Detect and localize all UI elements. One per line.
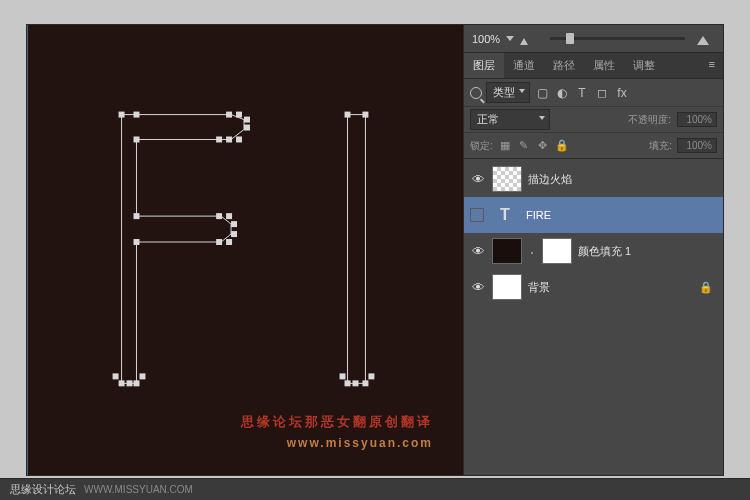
filter-text-icon[interactable]: T (574, 85, 590, 101)
tab-properties[interactable]: 属性 (584, 53, 624, 78)
svg-rect-26 (352, 380, 358, 386)
panels-sidebar: 100% 图层 通道 路径 属性 调整 ≡ 类型 ▢ ◐ T ◻ fx 正常 不… (463, 25, 723, 475)
opacity-label: 不透明度: (628, 113, 671, 127)
svg-rect-17 (134, 239, 140, 245)
anchor-points[interactable] (113, 112, 375, 387)
tab-paths[interactable]: 路径 (544, 53, 584, 78)
zoom-slider[interactable] (550, 37, 685, 40)
visibility-toggle[interactable]: 👁 (470, 279, 486, 295)
svg-rect-28 (340, 373, 346, 379)
layer-thumbnail[interactable] (492, 238, 522, 264)
lock-icon: 🔒 (699, 281, 717, 294)
svg-rect-25 (345, 380, 351, 386)
layer-thumbnail[interactable] (492, 166, 522, 192)
svg-rect-8 (216, 136, 222, 142)
filter-shape-icon[interactable]: ◻ (594, 85, 610, 101)
svg-rect-18 (119, 380, 125, 386)
svg-rect-0 (119, 112, 125, 118)
opacity-value[interactable]: 100% (677, 112, 717, 127)
footer-bar: 思缘设计论坛 WWW.MISSYUAN.COM (0, 478, 750, 500)
tab-channels[interactable]: 通道 (504, 53, 544, 78)
canvas-area[interactable]: 思缘论坛那恶女翻原创翻译 www.missyuan.com (27, 25, 463, 475)
visibility-toggle[interactable] (470, 208, 484, 222)
navigator-zoom-row: 100% (464, 25, 723, 53)
layer-thumbnail-text[interactable]: T (490, 202, 520, 228)
svg-rect-19 (127, 380, 133, 386)
zoom-out-icon[interactable] (520, 33, 538, 45)
filter-smart-icon[interactable]: fx (614, 85, 630, 101)
svg-rect-22 (139, 373, 145, 379)
svg-rect-11 (216, 213, 222, 219)
svg-rect-23 (345, 112, 351, 118)
blend-mode-row: 正常 不透明度: 100% (464, 107, 723, 133)
layer-name[interactable]: 描边火焰 (528, 172, 717, 187)
svg-rect-14 (231, 231, 237, 237)
svg-rect-21 (113, 373, 119, 379)
filter-adjustment-icon[interactable]: ◐ (554, 85, 570, 101)
svg-rect-7 (226, 136, 232, 142)
layer-row[interactable]: 👁 描边火焰 (464, 161, 723, 197)
lock-label: 锁定: (470, 139, 493, 153)
layer-mask-thumbnail[interactable] (542, 238, 572, 264)
svg-rect-5 (244, 125, 250, 131)
layer-filter-row: 类型 ▢ ◐ T ◻ fx (464, 79, 723, 107)
svg-rect-12 (226, 213, 232, 219)
tab-adjustments[interactable]: 调整 (624, 53, 664, 78)
footer-site: 思缘设计论坛 (10, 482, 76, 497)
layer-row[interactable]: 👁 ⬫ 颜色填充 1 (464, 233, 723, 269)
fill-value[interactable]: 100% (677, 138, 717, 153)
layer-name[interactable]: FIRE (526, 209, 717, 221)
watermark-line1: 思缘论坛那恶女翻原创翻译 (241, 411, 433, 433)
panel-tabs: 图层 通道 路径 属性 调整 ≡ (464, 53, 723, 79)
filter-type-dropdown[interactable]: 类型 (486, 82, 530, 103)
lock-all-icon[interactable]: 🔒 (555, 139, 569, 153)
svg-rect-2 (226, 112, 232, 118)
layer-row[interactable]: T FIRE (464, 197, 723, 233)
search-icon[interactable] (470, 87, 482, 99)
svg-rect-1 (134, 112, 140, 118)
tab-layers[interactable]: 图层 (464, 53, 504, 78)
footer-url: WWW.MISSYUAN.COM (84, 484, 193, 495)
svg-rect-24 (362, 112, 368, 118)
svg-rect-27 (362, 380, 368, 386)
link-mask-icon[interactable]: ⬫ (528, 246, 536, 257)
layer-name[interactable]: 背景 (528, 280, 693, 295)
layer-row[interactable]: 👁 背景 🔒 (464, 269, 723, 305)
blend-mode-dropdown[interactable]: 正常 (470, 109, 550, 130)
filter-pixel-icon[interactable]: ▢ (534, 85, 550, 101)
svg-rect-3 (236, 112, 242, 118)
svg-rect-13 (231, 221, 237, 227)
lock-position-icon[interactable]: ✥ (536, 139, 550, 153)
zoom-in-icon[interactable] (697, 33, 715, 45)
fill-label: 填充: (649, 139, 672, 153)
zoom-dropdown-icon[interactable] (506, 36, 514, 41)
layer-thumbnail[interactable] (492, 274, 522, 300)
watermark-url: www.missyuan.com (241, 433, 433, 453)
lock-row: 锁定: ▦ ✎ ✥ 🔒 填充: 100% (464, 133, 723, 159)
lock-brush-icon[interactable]: ✎ (517, 139, 531, 153)
svg-rect-9 (134, 136, 140, 142)
svg-rect-10 (134, 213, 140, 219)
lock-transparent-icon[interactable]: ▦ (498, 139, 512, 153)
visibility-toggle[interactable]: 👁 (470, 243, 486, 259)
svg-rect-16 (216, 239, 222, 245)
svg-rect-20 (134, 380, 140, 386)
watermark: 思缘论坛那恶女翻原创翻译 www.missyuan.com (241, 411, 433, 453)
svg-rect-6 (236, 136, 242, 142)
svg-rect-4 (244, 117, 250, 123)
visibility-toggle[interactable]: 👁 (470, 171, 486, 187)
zoom-value[interactable]: 100% (472, 33, 500, 45)
layer-name[interactable]: 颜色填充 1 (578, 244, 717, 259)
svg-rect-15 (226, 239, 232, 245)
zoom-slider-knob[interactable] (566, 33, 574, 44)
layers-list: 👁 描边火焰 T FIRE 👁 ⬫ 颜色填充 1 👁 背景 🔒 (464, 159, 723, 307)
panel-menu-icon[interactable]: ≡ (701, 53, 723, 78)
svg-rect-29 (368, 373, 374, 379)
text-path-fi[interactable] (27, 25, 463, 473)
